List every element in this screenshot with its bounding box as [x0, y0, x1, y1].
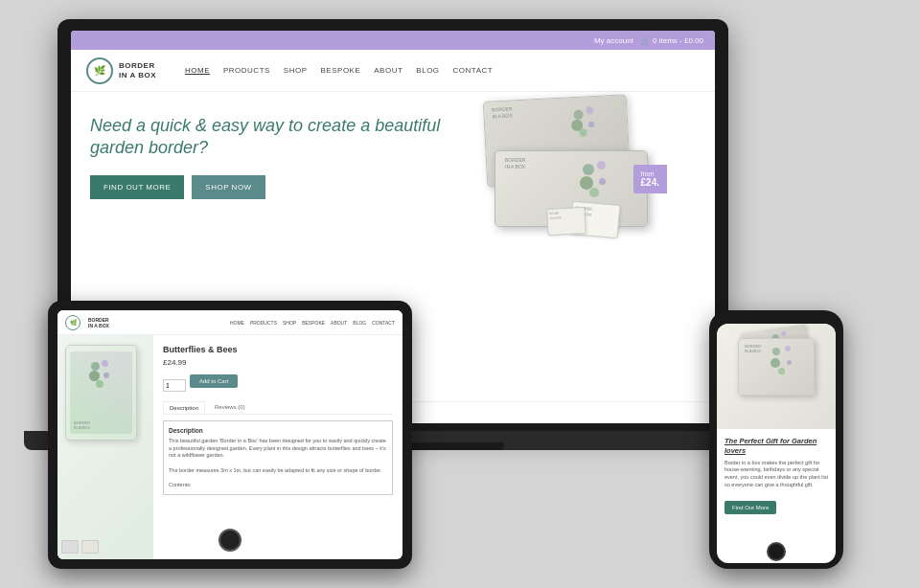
find-out-more-button[interactable]: FIND OUT MORE — [90, 175, 184, 199]
hero-heading: Need a quick & easy way to create a beau… — [90, 115, 475, 160]
nav-home[interactable]: HOME — [185, 66, 210, 75]
product-image: BORDERIN A BOX — [475, 98, 667, 232]
tablet-product-title: Butterflies & Bees — [163, 345, 393, 354]
hero-right: BORDERIN A BOX — [475, 107, 696, 401]
tablet-nav-links: HOME PRODUCTS SHOP BESPOKE ABOUT BLOG CO… — [230, 320, 395, 326]
phone-tin: BORDERIN A BOX — [738, 338, 815, 396]
tablet-product-image-panel: BORDERIN A BOX — [58, 335, 153, 559]
logo-text: BORDER IN A BOX — [119, 61, 156, 79]
phone-website: BORDERIN A BOX The Perfect Gift for Gard… — [717, 324, 836, 563]
shop-now-button[interactable]: SHOP NOW — [192, 175, 264, 199]
nav-links: HOME PRODUCTS SHOP BESPOKE ABOUT BLOG CO… — [185, 66, 493, 75]
phone-device: BORDERIN A BOX The Perfect Gift for Gard… — [709, 310, 843, 569]
tablet-desc-text: This beautiful garden 'Border in a Box' … — [169, 438, 387, 489]
my-account-link[interactable]: My account — [594, 36, 633, 45]
tablet-navbar: 🌿 BORDER IN A BOX HOME PRODUCTS SHOP BES… — [58, 310, 402, 335]
tablet-nav-bespoke[interactable]: BESPOKE — [302, 320, 325, 326]
nav-shop[interactable]: SHOP — [284, 66, 308, 75]
tablet-website: 🌿 BORDER IN A BOX HOME PRODUCTS SHOP BES… — [58, 310, 402, 559]
nav-products[interactable]: PRODUCTS — [223, 66, 270, 75]
phone-frame: BORDERIN A BOX The Perfect Gift for Gard… — [709, 310, 843, 569]
tablet-tab-description[interactable]: Description — [163, 401, 205, 414]
scene: My account 🛒 0 items - £0.00 🌿 BORDER IN… — [0, 0, 920, 588]
phone-section-title: The Perfect Gift for Garden lovers — [724, 437, 828, 456]
nav-bespoke[interactable]: BESPOKE — [321, 66, 361, 75]
price-badge: from £24. — [633, 165, 667, 193]
tablet-nav-about[interactable]: ABOUT — [331, 320, 347, 326]
tablet-right-panel: Butterflies & Bees £24.99 Add to Cart De… — [153, 335, 402, 559]
tablet-nav-contact[interactable]: CONTACT — [372, 320, 395, 326]
top-bar: My account 🛒 0 items - £0.00 — [71, 31, 715, 50]
nav-blog[interactable]: BLOG — [416, 66, 439, 75]
phone-home-button[interactable] — [767, 542, 786, 561]
hero-buttons: FIND OUT MORE SHOP NOW — [90, 175, 475, 199]
tablet-tabs: Description Reviews (0) — [163, 401, 393, 415]
cart-info[interactable]: 🛒 0 items - £0.00 — [641, 36, 703, 45]
tablet-logo-icon: 🌿 — [65, 315, 80, 330]
tablet-home-button[interactable] — [218, 529, 242, 552]
logo-icon: 🌿 — [86, 57, 113, 84]
nav-about[interactable]: ABOUT — [374, 66, 402, 75]
tablet-device: 🌿 BORDER IN A BOX HOME PRODUCTS SHOP BES… — [48, 301, 412, 569]
phone-product-image: BORDERIN A BOX — [717, 324, 836, 429]
tablet-logo-text: BORDER IN A BOX — [88, 317, 109, 328]
tablet-nav-blog[interactable]: BLOG — [353, 320, 366, 326]
phone-find-out-more-button[interactable]: Find Out More — [724, 501, 776, 514]
tablet-qty-row: Add to Cart — [163, 374, 393, 396]
tablet-product-price: £24.99 — [163, 358, 393, 367]
tablet-nav-home[interactable]: HOME — [230, 320, 244, 326]
tablet-content: BORDERIN A BOX Butterflies & Bees — [58, 335, 402, 559]
phone-screen: BORDERIN A BOX The Perfect Gift for Gard… — [717, 324, 836, 563]
tablet-description-box: Description This beautiful garden 'Borde… — [163, 420, 393, 495]
tablet-nav-shop[interactable]: SHOP — [283, 320, 296, 326]
tablet-desc-title: Description — [169, 426, 387, 435]
tablet-tab-reviews[interactable]: Reviews (0) — [209, 401, 251, 414]
tablet-nav-products[interactable]: PRODUCTS — [250, 320, 277, 326]
laptop-navbar: 🌿 BORDER IN A BOX HOME PRODUCTS SHOP BES… — [71, 50, 715, 92]
nav-contact[interactable]: CONTACT — [453, 66, 494, 75]
phone-description: Border in a box makes the perfect gift f… — [724, 460, 828, 489]
tablet-add-to-cart-button[interactable]: Add to Cart — [190, 374, 238, 388]
tablet-qty-input[interactable] — [163, 379, 186, 392]
logo: 🌿 BORDER IN A BOX — [86, 57, 156, 84]
tablet-screen: 🌿 BORDER IN A BOX HOME PRODUCTS SHOP BES… — [58, 310, 402, 559]
